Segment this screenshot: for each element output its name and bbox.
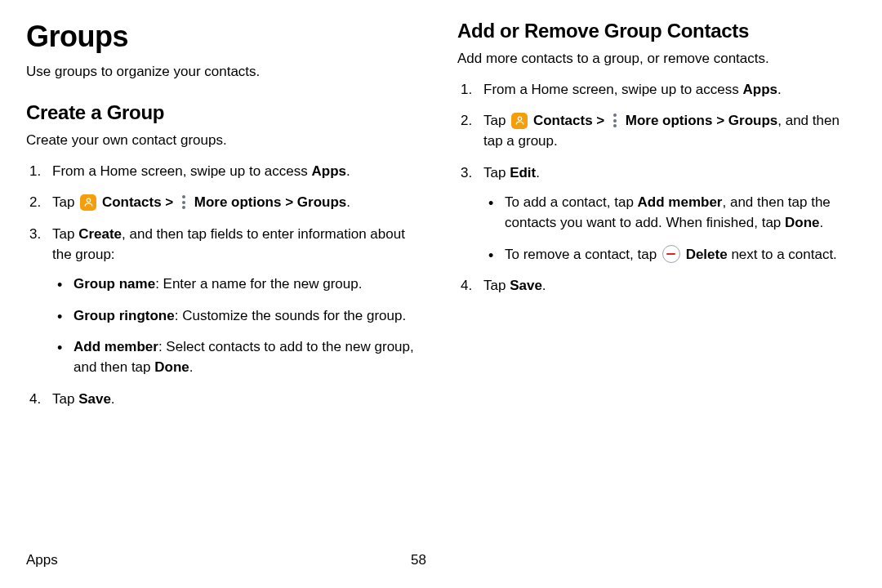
text: . — [111, 391, 115, 407]
text: : Customize the sounds for the group. — [175, 308, 407, 323]
bullet: Group ringtone: Customize the sounds for… — [52, 306, 425, 327]
section-heading-addremove: Add or Remove Group Contacts — [457, 20, 856, 42]
delete-icon — [662, 245, 680, 263]
step: From a Home screen, swipe up to access A… — [457, 80, 856, 100]
page-title: Groups — [26, 20, 425, 54]
bold: More options > Groups — [626, 113, 778, 128]
section-sub-create: Create your own contact groups. — [26, 131, 425, 150]
footer-section: Apps — [26, 552, 58, 568]
addremove-steps: From a Home screen, swipe up to access A… — [457, 80, 856, 296]
svg-point-1 — [518, 118, 521, 121]
create-bullets: Group name: Enter a name for the new gro… — [52, 274, 425, 378]
step: Tap Create, and then tap fields to enter… — [26, 225, 425, 378]
bullet: To add a contact, tap Add member, and th… — [483, 193, 856, 233]
bold: Save — [78, 391, 111, 407]
bold: Apps — [742, 82, 777, 97]
text: Tap — [483, 278, 510, 293]
bold: Contacts > — [102, 194, 177, 210]
text: Tap — [52, 194, 78, 210]
bold: Edit — [510, 165, 536, 180]
addremove-bullets: To add a contact, tap Add member, and th… — [483, 193, 856, 265]
text: next to a contact. — [728, 247, 837, 262]
step: Tap Contacts > More options > Groups, an… — [457, 111, 856, 151]
bullet: To remove a contact, tap Delete next to … — [483, 245, 856, 265]
bullet: Group name: Enter a name for the new gro… — [52, 274, 425, 295]
bold: More options > Groups — [194, 194, 347, 210]
bold: Create — [78, 226, 122, 242]
bold: Apps — [311, 163, 346, 179]
page-footer: Apps 58 — [26, 552, 426, 568]
step: Tap Save. — [457, 276, 856, 296]
right-column: Add or Remove Group Contacts Add more co… — [457, 20, 856, 421]
bold: Group ringtone — [74, 308, 175, 323]
create-steps: From a Home screen, swipe up to access A… — [26, 162, 425, 410]
bold: Done — [785, 215, 820, 230]
intro-text: Use groups to organize your contacts. — [26, 62, 425, 82]
contacts-icon — [511, 113, 528, 129]
bold: Delete — [686, 247, 728, 262]
bold: Add member — [638, 194, 723, 210]
text: Tap — [52, 391, 78, 407]
step: From a Home screen, swipe up to access A… — [26, 162, 425, 182]
text: From a Home screen, swipe up to access — [483, 82, 742, 97]
text: . — [346, 163, 350, 179]
bold: Done — [154, 359, 189, 375]
svg-point-0 — [87, 198, 90, 202]
text: . — [820, 215, 824, 230]
more-options-icon — [179, 194, 189, 211]
text: From a Home screen, swipe up to access — [52, 163, 311, 179]
text: . — [189, 359, 194, 375]
bold: Add member — [74, 339, 158, 354]
text: Tap — [52, 226, 78, 242]
text: . — [777, 82, 782, 97]
bold: Contacts > — [533, 113, 608, 128]
text: . — [542, 278, 546, 293]
text: : Enter a name for the new group. — [155, 276, 362, 292]
bold: Save — [510, 278, 542, 293]
step: Tap Contacts > More options > Groups. — [26, 193, 425, 213]
bullet: Add member: Select contacts to add to th… — [52, 337, 425, 377]
text: . — [346, 194, 350, 210]
text: . — [536, 165, 540, 180]
section-sub-addremove: Add more contacts to a group, or remove … — [457, 49, 856, 69]
contacts-icon — [80, 194, 96, 211]
left-column: Groups Use groups to organize your conta… — [26, 20, 425, 421]
more-options-icon — [610, 113, 620, 129]
section-heading-create: Create a Group — [26, 101, 425, 124]
text: Tap — [483, 113, 510, 128]
step: Tap Edit. To add a contact, tap Add memb… — [457, 163, 856, 265]
footer-page-number: 58 — [411, 552, 426, 568]
text: To remove a contact, tap — [505, 247, 661, 262]
text: Tap — [483, 165, 510, 180]
step: Tap Save. — [26, 390, 425, 410]
text: To add a contact, tap — [505, 194, 638, 210]
bold: Group name — [74, 276, 155, 292]
